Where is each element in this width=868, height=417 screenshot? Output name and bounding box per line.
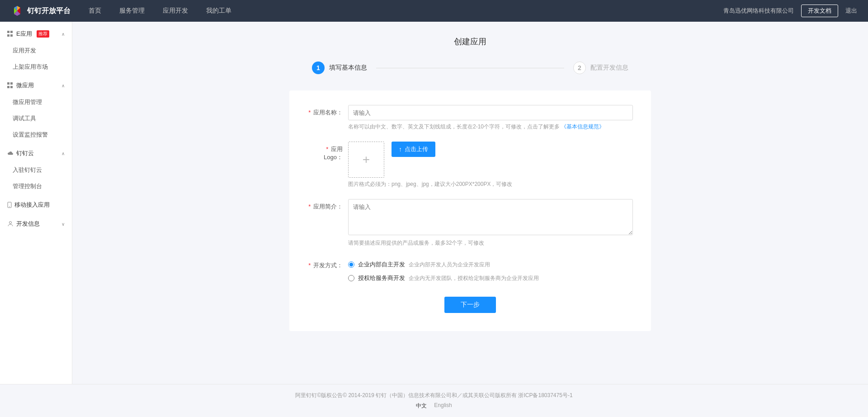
company-name: 青岛迅优网络科技有限公司 (723, 7, 794, 15)
header-right: 青岛迅优网络科技有限公司 开发文档 退出 (723, 5, 857, 17)
sidebar-section-eapp-header[interactable]: E应用 推荐 ∧ (0, 25, 72, 43)
sidebar-section-devinfo: 开发信息 ∨ (0, 215, 72, 232)
footer-copyright: 阿里钉钉©版权公告© 2014-2019 钉钉（中国）信息技术有限公司和／或其关… (7, 392, 861, 399)
required-mark-logo: * (326, 146, 328, 152)
sidebar-section-cloud: 钉钉云 ∧ 入驻钉钉云 管理控制台 (0, 145, 72, 194)
chevron-up-icon-2: ∧ (61, 83, 65, 88)
app-name-row: * 应用名称： 名称可以由中文、数字、英文及下划线组成，长度在2-10个字符，可… (307, 105, 633, 131)
form-actions: 下一步 (307, 297, 633, 313)
required-mark-name: * (308, 109, 311, 116)
lang-zh[interactable]: 中文 (416, 402, 427, 410)
lang-en[interactable]: English (434, 402, 452, 410)
description-label: * 应用简介： (307, 199, 348, 211)
sidebar-item-debug-tool[interactable]: 调试工具 (0, 110, 72, 127)
app-name-input[interactable] (348, 105, 633, 120)
form-container: * 应用名称： 名称可以由中文、数字、英文及下划线组成，长度在2-10个字符，可… (289, 90, 651, 331)
radio-outsource-label: 授权给服务商开发 (358, 274, 405, 282)
layout: E应用 推荐 ∧ 应用开发 上架应用市场 微应用 ∧ 微应用管理 调试工具 设置… (0, 22, 868, 384)
radio-internal-label: 企业内部自主开发 (358, 261, 405, 269)
sidebar-item-app-dev[interactable]: 应用开发 (0, 43, 72, 59)
radio-outsource[interactable]: 授权给服务商开发 企业内无开发团队，授权给定制服务商为企业开发应用 (348, 274, 633, 282)
logo-hint: 图片格式必须为：png、jpeg、jpg，建议大小200PX*200PX，可修改 (348, 180, 633, 188)
sidebar-section-eapp: E应用 推荐 ∧ 应用开发 上架应用市场 (0, 25, 72, 75)
sidebar-item-miniapp-mgmt[interactable]: 微应用管理 (0, 94, 72, 110)
required-mark-desc: * (308, 203, 311, 210)
sidebar-section-mobile: 移动接入应用 (0, 196, 72, 213)
main-content: 创建应用 1 填写基本信息 2 配置开发信息 * (72, 22, 868, 384)
header-logo: 钉钉开放平台 (11, 5, 71, 17)
header: 钉钉开放平台 首页 服务管理 应用开发 我的工单 青岛迅优网络科技有限公司 开发… (0, 0, 868, 22)
dev-mode-control: 企业内部自主开发 企业内部开发人员为企业开发应用 授权给服务商开发 企业内无开发… (348, 258, 633, 282)
dingtalk-logo-icon (11, 5, 24, 17)
sidebar-section-devinfo-header[interactable]: 开发信息 ∨ (0, 215, 72, 232)
step-1-label: 填写基本信息 (329, 64, 367, 72)
chevron-up-icon: ∧ (61, 32, 65, 37)
nav-my-tasks[interactable]: 我的工单 (206, 7, 231, 15)
radio-internal-input[interactable] (348, 261, 354, 268)
nav-home[interactable]: 首页 (89, 7, 101, 15)
radio-outsource-desc: 企业内无开发团队，授权给定制服务商为企业开发应用 (409, 275, 539, 282)
sidebar-item-app-market[interactable]: 上架应用市场 (0, 59, 72, 75)
mobile-icon (7, 202, 12, 208)
step-2-label: 配置开发信息 (590, 64, 628, 72)
sidebar-cloud-label: 钉钉云 (16, 149, 34, 157)
upload-icon: ↑ (399, 146, 402, 153)
sidebar-mobile-label: 移动接入应用 (14, 201, 50, 209)
basic-info-link[interactable]: 《基本信息规范》 (561, 123, 604, 130)
app-name-label: * 应用名称： (307, 105, 348, 117)
sidebar-item-monitor[interactable]: 设置监控报警 (0, 127, 72, 143)
sidebar: E应用 推荐 ∧ 应用开发 上架应用市场 微应用 ∧ 微应用管理 调试工具 设置… (0, 22, 72, 384)
steps-container: 1 填写基本信息 2 配置开发信息 (312, 62, 628, 74)
radio-outsource-input[interactable] (348, 275, 354, 281)
sidebar-miniapp-label: 微应用 (16, 81, 34, 90)
svg-point-7 (9, 206, 10, 207)
sidebar-devinfo-label: 开发信息 (16, 220, 40, 228)
required-mark-dev: * (308, 262, 311, 269)
chevron-down-icon: ∨ (61, 222, 65, 227)
description-row: * 应用简介： 请简要描述应用提供的产品或服务，最多32个字，可修改 (307, 199, 633, 247)
upload-button[interactable]: ↑ 点击上传 (392, 142, 435, 157)
sidebar-section-miniapp: 微应用 ∧ 微应用管理 调试工具 设置监控报警 (0, 77, 72, 143)
dev-mode-row: * 开发方式： 企业内部自主开发 企业内部开发人员为企业开发应用 授权给服务商开… (307, 258, 633, 282)
radio-group: 企业内部自主开发 企业内部开发人员为企业开发应用 授权给服务商开发 企业内无开发… (348, 258, 633, 282)
radio-internal[interactable]: 企业内部自主开发 企业内部开发人员为企业开发应用 (348, 261, 633, 269)
step-2-number: 2 (578, 64, 581, 71)
description-hint: 请简要描述应用提供的产品或服务，最多32个字，可修改 (348, 239, 633, 247)
logo-control: + ↑ 点击上传 图片格式必须为：png、jpeg、jpg，建议大小200PX*… (348, 142, 633, 188)
step-1: 1 填写基本信息 (312, 62, 367, 74)
logo-label: * 应用Logo： (307, 142, 348, 161)
logout-button[interactable]: 退出 (845, 7, 857, 15)
grid-icon (7, 31, 14, 37)
logo-upload-area: + ↑ 点击上传 (348, 142, 633, 178)
sidebar-section-mobile-header[interactable]: 移动接入应用 (0, 196, 72, 213)
page-title: 创建应用 (90, 36, 850, 47)
step-1-number: 1 (316, 64, 320, 71)
logo-placeholder[interactable]: + (348, 142, 384, 178)
eapp-badge: 推荐 (37, 30, 49, 38)
radio-internal-desc: 企业内部开发人员为企业开发应用 (409, 261, 490, 269)
nav-service[interactable]: 服务管理 (119, 7, 145, 15)
sidebar-item-join-cloud[interactable]: 入驻钉钉云 (0, 162, 72, 178)
nav-app-dev[interactable]: 应用开发 (163, 7, 188, 15)
step-2-circle: 2 (573, 62, 586, 74)
sidebar-item-admin-console[interactable]: 管理控制台 (0, 178, 72, 194)
grid-icon-2 (7, 82, 14, 89)
sidebar-section-miniapp-header[interactable]: 微应用 ∧ (0, 77, 72, 94)
svg-point-8 (9, 222, 12, 224)
logo-row: * 应用Logo： + ↑ 点击上传 图片格式必须为：png、jpeg、jpg，… (307, 142, 633, 188)
logo-text: 钉钉开放平台 (27, 6, 71, 16)
person-icon (7, 221, 14, 227)
description-control: 请简要描述应用提供的产品或服务，最多32个字，可修改 (348, 199, 633, 247)
step-divider (376, 68, 564, 68)
sidebar-section-cloud-header[interactable]: 钉钉云 ∧ (0, 145, 72, 162)
dev-mode-label: * 开发方式： (307, 258, 348, 270)
next-button[interactable]: 下一步 (444, 297, 496, 313)
header-nav: 首页 服务管理 应用开发 我的工单 (89, 7, 723, 15)
footer: 阿里钉钉©版权公告© 2014-2019 钉钉（中国）信息技术有限公司和／或其关… (0, 384, 868, 417)
app-name-control: 名称可以由中文、数字、英文及下划线组成，长度在2-10个字符，可修改，点击了解更… (348, 105, 633, 131)
description-textarea[interactable] (348, 199, 633, 235)
dev-doc-button[interactable]: 开发文档 (801, 5, 838, 17)
step-1-circle: 1 (312, 62, 325, 74)
footer-links: 中文 English (7, 402, 861, 410)
cloud-icon (7, 151, 14, 156)
